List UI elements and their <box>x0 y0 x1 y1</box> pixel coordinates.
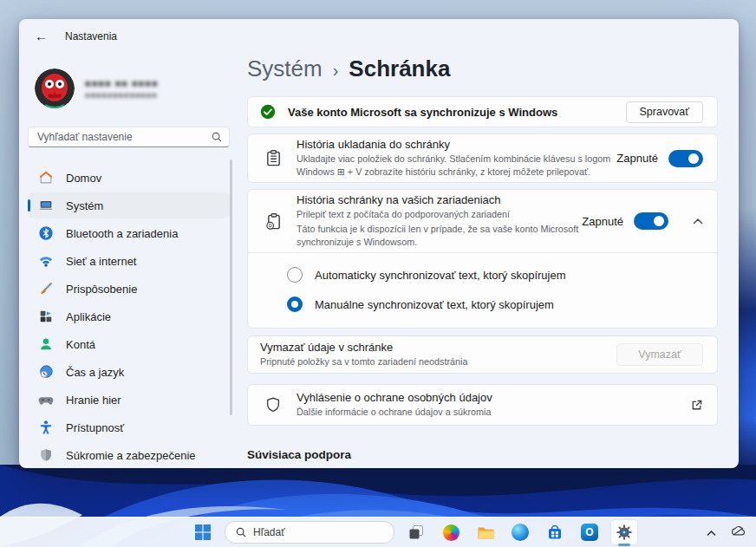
microsoft-store-icon[interactable] <box>542 520 568 544</box>
clear-button[interactable]: Vymazať <box>616 343 703 366</box>
onedrive-icon[interactable] <box>730 524 746 540</box>
sync-options: Automaticky synchronizovať text, ktorý s… <box>248 252 717 328</box>
taskbar-search[interactable]: Hľadať <box>225 521 394 544</box>
sidebar-item-network[interactable]: Sieť a internet <box>28 248 230 274</box>
back-button[interactable]: ← <box>35 29 48 42</box>
clipboard-history-card: História ukladania do schránky Ukladajte… <box>247 133 718 183</box>
privacy-shield-icon <box>38 447 54 463</box>
setting-title: História ukladania do schránky <box>297 138 616 151</box>
time-language-icon <box>38 364 54 380</box>
toggle-state-label: Zapnuté <box>616 152 658 165</box>
sidebar-scrollbar[interactable] <box>230 160 232 415</box>
manage-button[interactable]: Spravovať <box>626 101 704 123</box>
task-view-button[interactable] <box>403 520 429 544</box>
profile-text: ■■■■ ■■ ■■■■ ■■■■■■■■■■■■■ <box>85 78 159 100</box>
app-title: Nastavenia <box>65 30 117 42</box>
search-icon <box>212 132 222 142</box>
show-hidden-icons-chevron[interactable] <box>707 524 716 540</box>
search-input[interactable] <box>36 130 212 144</box>
sidebar-item-label: Sieť a internet <box>66 255 136 268</box>
network-icon <box>38 253 54 269</box>
main-content: Systém › Schránka Vaše konto Microsoft s… <box>247 19 718 461</box>
sidebar-item-label: Čas a jazyk <box>66 366 124 379</box>
sidebar-item-privacy[interactable]: Súkromie a zabezpečenie <box>28 442 230 468</box>
avatar <box>35 68 75 108</box>
sidebar-nav: Domov Systém Bluetooth a zariadenia Sieť… <box>28 165 230 468</box>
profile-name: ■■■■ ■■ ■■■■ <box>85 78 159 88</box>
sidebar-item-label: Aplikácie <box>66 310 111 323</box>
banner-text: Vaše konto Microsoft sa synchronizuje s … <box>288 106 557 119</box>
clear-clipboard-card: Vymazať údaje v schránke Pripnuté položk… <box>247 335 718 374</box>
radio-label: Manuálne synchronizovať text, ktorý skop… <box>315 298 554 311</box>
sidebar-item-accessibility[interactable]: Prístupnosť <box>28 414 230 440</box>
radio-option-manual[interactable]: Manuálne synchronizovať text, ktorý skop… <box>287 296 703 312</box>
edge-icon[interactable] <box>507 520 533 544</box>
wallpaper-right-bloom <box>737 208 756 477</box>
sidebar-item-bluetooth[interactable]: Bluetooth a zariadenia <box>28 220 230 246</box>
accounts-icon <box>38 336 54 352</box>
user-profile[interactable]: ■■■■ ■■ ■■■■ ■■■■■■■■■■■■■ <box>28 59 230 116</box>
setting-title: História schránky na vašich zariadeniach <box>297 193 582 206</box>
sidebar-item-accounts[interactable]: Kontá <box>28 331 230 357</box>
page-title: Schránka <box>349 55 450 82</box>
sidebar-item-label: Prispôsobenie <box>66 283 137 296</box>
sidebar-item-domov[interactable]: Domov <box>28 165 230 191</box>
accessibility-icon <box>38 420 54 435</box>
taskbar-search-label: Hľadať <box>253 526 285 538</box>
search-icon <box>236 527 246 537</box>
sidebar-item-apps[interactable]: Aplikácie <box>28 303 230 329</box>
setting-description-2: Táto funkcia je k dispozícii len v prípa… <box>297 223 582 249</box>
personalization-icon <box>38 281 54 296</box>
settings-icon[interactable] <box>611 520 637 544</box>
start-button[interactable] <box>190 520 216 544</box>
sidebar-item-gaming[interactable]: Hranie hier <box>28 387 230 413</box>
apps-icon <box>38 309 54 324</box>
chevron-up-icon[interactable] <box>693 218 703 225</box>
radio-selected-icon[interactable] <box>287 296 303 312</box>
external-link-icon[interactable] <box>690 399 703 412</box>
gaming-icon <box>38 392 54 407</box>
check-circle-icon <box>260 104 276 120</box>
file-explorer-icon[interactable] <box>472 520 499 544</box>
system-icon <box>38 198 54 213</box>
related-support-heading: Súvisiaca podpora <box>247 448 718 461</box>
taskbar: Hľadať O <box>0 517 756 547</box>
bluetooth-icon <box>38 225 54 241</box>
clipboard-sync-toggle[interactable] <box>634 212 668 230</box>
setting-description: Pripnuté položky sa v tomto zariadení ne… <box>260 355 467 368</box>
sidebar-item-time-language[interactable]: Čas a jazyk <box>28 359 230 385</box>
shield-outline-icon <box>264 396 283 414</box>
copilot-icon[interactable] <box>438 520 464 544</box>
setting-description: Ďalšie informácie o ochrane údajov a súk… <box>297 406 492 419</box>
profile-email: ■■■■■■■■■■■■■ <box>85 91 159 100</box>
sidebar-item-personalization[interactable]: Prispôsobenie <box>28 276 230 302</box>
radio-label: Automaticky synchronizovať text, ktorý s… <box>315 269 566 282</box>
clipboard-icon <box>264 149 283 167</box>
clipboard-sync-card: História schránky na vašich zariadeniach… <box>247 189 718 329</box>
sidebar-item-label: Prístupnosť <box>66 421 124 434</box>
sidebar-item-system[interactable]: Systém <box>28 192 230 218</box>
radio-unselected-icon[interactable] <box>287 267 303 283</box>
clipboard-history-toggle[interactable] <box>668 150 703 167</box>
window-titlebar: ← Nastavenia <box>35 29 117 42</box>
clipboard-sync-icon <box>264 212 283 231</box>
home-icon <box>38 170 54 186</box>
sidebar-item-label: Kontá <box>66 338 95 351</box>
outlook-icon[interactable]: O <box>577 520 603 544</box>
radio-option-automatic[interactable]: Automaticky synchronizovať text, ktorý s… <box>287 267 703 283</box>
sync-status-banner: Vaše konto Microsoft sa synchronizuje s … <box>247 96 718 127</box>
sidebar: ■■■■ ■■ ■■■■ ■■■■■■■■■■■■■ Domov <box>28 59 230 468</box>
sidebar-item-label: Systém <box>66 199 103 212</box>
toggle-state-label: Zapnuté <box>582 215 623 228</box>
setting-title: Vyhlásenie o ochrane osobných údajov <box>297 391 492 404</box>
setting-description: Ukladajte viac položiek do schránky. Stl… <box>297 153 616 179</box>
breadcrumb-separator: › <box>333 61 339 81</box>
settings-window: ← Nastavenia ■■■■ ■■ ■■■■ ■■■■■■■■■■■■■ <box>19 19 739 468</box>
privacy-statement-card[interactable]: Vyhlásenie o ochrane osobných údajov Ďal… <box>247 384 718 426</box>
sidebar-item-label: Súkromie a zabezpečenie <box>66 449 196 462</box>
breadcrumb-parent[interactable]: Systém <box>247 55 323 82</box>
setting-title: Vymazať údaje v schránke <box>260 341 467 354</box>
sidebar-item-label: Hranie hier <box>66 394 121 407</box>
settings-search-box[interactable] <box>28 127 230 147</box>
sidebar-item-label: Domov <box>66 172 101 185</box>
